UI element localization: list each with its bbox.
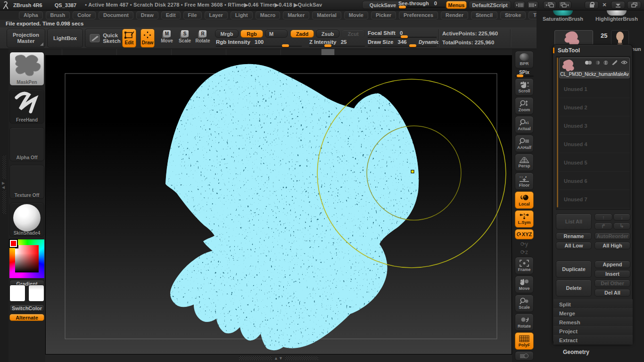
seethrough-handle[interactable] xyxy=(399,6,406,8)
material-tile[interactable]: SkinShade4 xyxy=(9,203,44,237)
tray-toggle-arrows[interactable]: ▲▼ xyxy=(274,356,283,361)
tray-drag-dots[interactable] xyxy=(2,190,6,214)
color-picker[interactable] xyxy=(9,239,44,278)
frame-button[interactable]: Frame xyxy=(515,257,534,274)
menu-item[interactable]: Brush xyxy=(46,11,70,19)
subtool-item-unused[interactable]: Unused 7 xyxy=(559,190,630,208)
zoom-button[interactable]: Zoom xyxy=(515,97,534,115)
rotate3d-button[interactable]: Rotate xyxy=(515,313,534,331)
del-other-button[interactable]: Del Other xyxy=(594,280,630,287)
scroll-button[interactable]: Scroll xyxy=(515,78,534,96)
move-up-button[interactable]: ↑ xyxy=(594,214,612,221)
move-down-button[interactable]: ↓ xyxy=(613,214,630,221)
menus-button[interactable]: Menus xyxy=(446,1,467,9)
seethrough-slider[interactable]: See-through 0 xyxy=(398,0,446,8)
rename-button[interactable]: Rename xyxy=(556,232,592,240)
xyz-button[interactable]: XYZ xyxy=(515,229,534,239)
tray-scrub-right-icon[interactable] xyxy=(527,1,538,9)
menu-item[interactable]: Picker xyxy=(371,11,396,19)
shift-up-button[interactable]: ↱ xyxy=(594,222,612,230)
all-low-button[interactable]: All Low xyxy=(556,242,592,249)
subtool-item-unused[interactable]: Unused 3 xyxy=(559,117,630,135)
menu-item[interactable]: Alpha xyxy=(19,11,43,19)
texture-off-tile[interactable]: Texture Off xyxy=(9,165,44,199)
subtool-section-header[interactable]: Split xyxy=(553,299,633,309)
tray-drag-dots[interactable] xyxy=(285,356,318,360)
subtool-section-header[interactable]: Project xyxy=(553,326,633,336)
del-all-button[interactable]: Del All xyxy=(594,289,630,296)
subtool-item-unused[interactable]: Unused 5 xyxy=(559,154,630,172)
tray-open-arrows[interactable]: ▶◀ xyxy=(2,181,5,189)
zsub-button[interactable]: Zsub xyxy=(316,30,339,38)
scale-button[interactable]: S Scale xyxy=(177,30,192,47)
subtool-section-header[interactable]: Remesh xyxy=(553,317,633,327)
rgb-intensity-slider[interactable]: Rgb Intensity 100 xyxy=(216,39,264,45)
menu-item[interactable]: Stencil xyxy=(471,11,497,19)
document-canvas[interactable] xyxy=(45,55,512,354)
shift-down-button[interactable]: ↳ xyxy=(613,222,630,230)
aahalf-button[interactable]: AAHalf xyxy=(515,135,534,152)
lock-icon[interactable] xyxy=(585,1,599,9)
subtool-item-unused[interactable]: Unused 2 xyxy=(559,99,630,116)
quick-sketch-button[interactable]: QuickSketch xyxy=(85,29,125,48)
tool-slot-head[interactable] xyxy=(611,30,629,45)
subtool-scrollbar[interactable] xyxy=(557,58,558,207)
polyf-button[interactable]: PolyF xyxy=(515,332,534,350)
rgb-intensity-handle[interactable] xyxy=(282,44,289,47)
menu-item[interactable]: Document xyxy=(99,11,133,19)
switchcolor-button[interactable]: SwitchColor xyxy=(9,304,44,312)
rotate-y-icon[interactable]: ⟳y xyxy=(520,241,528,249)
cascade-front-icon[interactable] xyxy=(558,1,571,9)
visibility-eye-icon[interactable] xyxy=(621,60,627,65)
shaded-icon[interactable] xyxy=(595,60,600,65)
freehand-stroke-tile[interactable]: FreeHand xyxy=(9,90,44,123)
subtool-section-header[interactable]: Extract xyxy=(553,335,633,345)
draw-size-handle[interactable] xyxy=(409,44,416,47)
subtool-item-unused[interactable]: Unused 1 xyxy=(559,80,630,98)
quicksave-button[interactable]: QuickSave xyxy=(362,1,404,9)
main-color-swatch[interactable] xyxy=(9,285,25,302)
subtool-section-header[interactable]: Merge xyxy=(553,308,633,318)
autoreorder-button[interactable]: AutoReorder xyxy=(594,232,630,240)
restore-icon[interactable] xyxy=(627,1,641,9)
polypaint-icon[interactable] xyxy=(585,60,592,65)
rotate-button[interactable]: R Rotate xyxy=(195,30,210,47)
divider-handle[interactable] xyxy=(322,49,335,55)
geometry-section-header[interactable]: Geometry xyxy=(563,349,589,355)
draw-size-slider[interactable]: Draw Size 346 xyxy=(368,39,407,45)
mrgb-button[interactable]: Mrgb xyxy=(215,30,239,38)
zadd-button[interactable]: Zadd xyxy=(290,30,314,38)
brush-slot-highlighter[interactable]: HighlighterBrush xyxy=(594,10,639,22)
zcut-button[interactable]: Zcut xyxy=(341,30,365,38)
edit-button[interactable]: Edit xyxy=(122,29,136,48)
rotate-z-icon[interactable]: ⟳z xyxy=(520,249,528,257)
alternate-button[interactable]: Alternate xyxy=(9,314,44,321)
menu-item[interactable]: Macro xyxy=(256,11,280,19)
scale3d-button[interactable]: Scale xyxy=(515,295,534,312)
menu-item[interactable]: Render xyxy=(441,11,468,19)
brush-slot-saturation[interactable]: SaturationBrush xyxy=(540,10,586,22)
persp-button[interactable]: Persp xyxy=(515,154,534,171)
menu-item[interactable]: Movie xyxy=(344,11,368,19)
tray-drag-dots[interactable] xyxy=(239,356,272,360)
menu-item[interactable]: Material xyxy=(312,11,341,19)
menu-item[interactable]: Draw xyxy=(136,11,158,19)
list-all-button[interactable]: List All xyxy=(556,214,592,230)
focal-shift-handle[interactable] xyxy=(401,35,408,38)
move3d-button[interactable]: Move xyxy=(515,276,534,293)
floor-button[interactable]: x yz Floor xyxy=(515,173,534,190)
minimize-icon[interactable] xyxy=(611,1,625,9)
projection-master-button[interactable]: Projection Master xyxy=(7,29,45,48)
spix-handle[interactable] xyxy=(517,74,523,77)
spix-slider[interactable]: SPix xyxy=(515,70,534,77)
tray-drag-dots[interactable] xyxy=(2,156,6,179)
actual-button[interactable]: x1 Actual xyxy=(515,116,534,133)
maskpen-brush-tile[interactable]: MaskPen xyxy=(9,52,44,86)
cascade-back-icon[interactable] xyxy=(543,1,556,9)
z-intensity-handle[interactable] xyxy=(324,44,331,47)
m-button[interactable]: M xyxy=(265,30,288,38)
menu-item[interactable]: Color xyxy=(73,11,96,19)
transparency-button[interactable] xyxy=(515,351,534,361)
difference-icon[interactable] xyxy=(603,60,608,65)
secondary-color-swatch[interactable] xyxy=(28,285,44,302)
